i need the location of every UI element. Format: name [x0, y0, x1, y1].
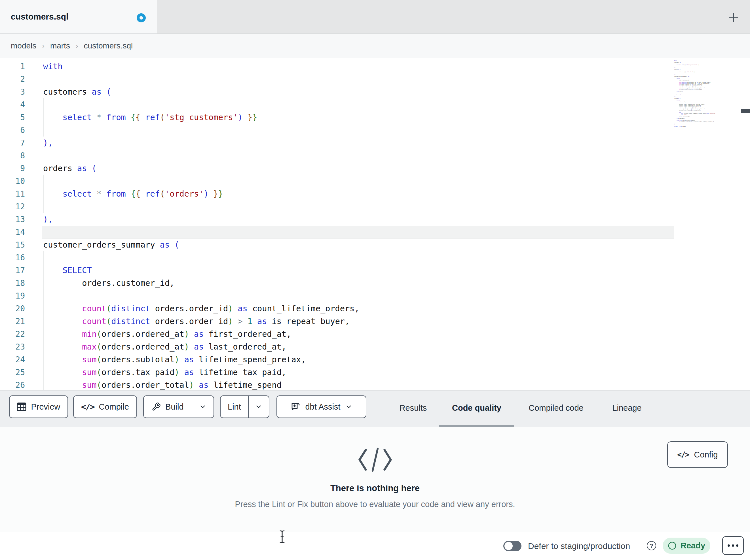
empty-state: There is nothing here Press the Lint or … [0, 448, 750, 509]
ready-circle-icon [668, 541, 676, 550]
tab-code-quality-label: Code quality [452, 403, 501, 413]
tab-lineage[interactable]: Lineage [609, 391, 645, 425]
lint-dropdown-button[interactable] [249, 396, 269, 417]
status-bar: Defer to staging/production ? Ready [0, 532, 750, 560]
build-label: Build [165, 402, 184, 412]
dbt-assist-label: dbt Assist [305, 402, 340, 412]
help-icon[interactable]: ? [647, 541, 656, 551]
lint-label: Lint [228, 402, 241, 412]
code-brackets-icon [358, 448, 392, 472]
breadcrumb-models[interactable]: models [11, 41, 36, 50]
tab-compiled-code[interactable]: Compiled code [525, 391, 588, 425]
breadcrumb-marts[interactable]: marts [50, 41, 70, 50]
build-split-button: Build [143, 395, 214, 418]
build-dropdown-button[interactable] [192, 396, 214, 417]
status-badge: Ready [663, 538, 710, 554]
defer-label: Defer to staging/production [528, 532, 630, 560]
plus-icon [727, 11, 740, 23]
unsaved-changes-dot-icon [137, 13, 146, 22]
scrollbar-thumb[interactable] [741, 109, 750, 113]
toggle-knob [505, 542, 513, 550]
preview-button[interactable]: Preview [9, 395, 68, 418]
tab-results[interactable]: Results [395, 391, 432, 425]
empty-state-subtitle: Press the Lint or Fix button above to ev… [0, 500, 750, 509]
tab-customers-sql[interactable]: customers.sql [0, 0, 157, 34]
tab-bar: customers.sql [0, 0, 750, 34]
chevron-down-icon [255, 403, 262, 411]
minimap[interactable]: withcustomers as ( select * from {{ ref(… [674, 60, 740, 201]
breadcrumb: models › marts › customers.sql [11, 34, 133, 58]
dbt-assist-button[interactable]: dbt Assist [276, 395, 366, 418]
new-tab-button[interactable] [726, 9, 741, 25]
compile-label: Compile [99, 402, 129, 412]
defer-toggle[interactable] [503, 541, 521, 551]
code-editor: 1234567891011121314151617181920212223242… [0, 58, 750, 390]
lint-split-button: Lint [220, 395, 269, 418]
action-toolbar: Preview </> Compile Build Lint [0, 390, 750, 427]
breadcrumb-file[interactable]: customers.sql [84, 41, 133, 50]
compile-button[interactable]: </> Compile [73, 395, 137, 418]
tab-lineage-label: Lineage [612, 403, 642, 413]
breadcrumb-row: models › marts › customers.sql Save [0, 34, 750, 58]
ready-label: Ready [680, 541, 705, 551]
dbt-cloud-ide: { "tabbar": { "tab_title": "customers.sq… [0, 0, 750, 560]
build-button[interactable]: Build [144, 396, 192, 417]
tab-results-label: Results [399, 403, 427, 413]
chevron-down-icon [345, 403, 353, 411]
code-content[interactable]: withcustomers as ( select * from {{ ref(… [43, 60, 359, 390]
lint-button[interactable]: Lint [221, 396, 248, 417]
code-icon: </> [81, 402, 94, 412]
chevron-right-icon: › [42, 42, 44, 50]
empty-state-title: There is nothing here [0, 483, 750, 494]
tab-compiled-code-label: Compiled code [529, 403, 583, 413]
tab-title: customers.sql [11, 12, 68, 22]
tab-code-quality[interactable]: Code quality [439, 391, 514, 425]
chevron-right-icon: › [76, 42, 78, 50]
table-icon [17, 402, 26, 411]
line-number-gutter: 1234567891011121314151617181920212223242… [0, 60, 25, 390]
assist-sparkle-chat-icon [290, 402, 300, 412]
chevron-down-icon [199, 403, 206, 411]
preview-label: Preview [31, 402, 60, 412]
code-quality-panel: </> Config There is nothing here Press t… [0, 427, 750, 532]
more-options-button[interactable] [722, 536, 744, 555]
wrench-icon [152, 402, 161, 411]
editor-scrollbar [741, 58, 750, 390]
